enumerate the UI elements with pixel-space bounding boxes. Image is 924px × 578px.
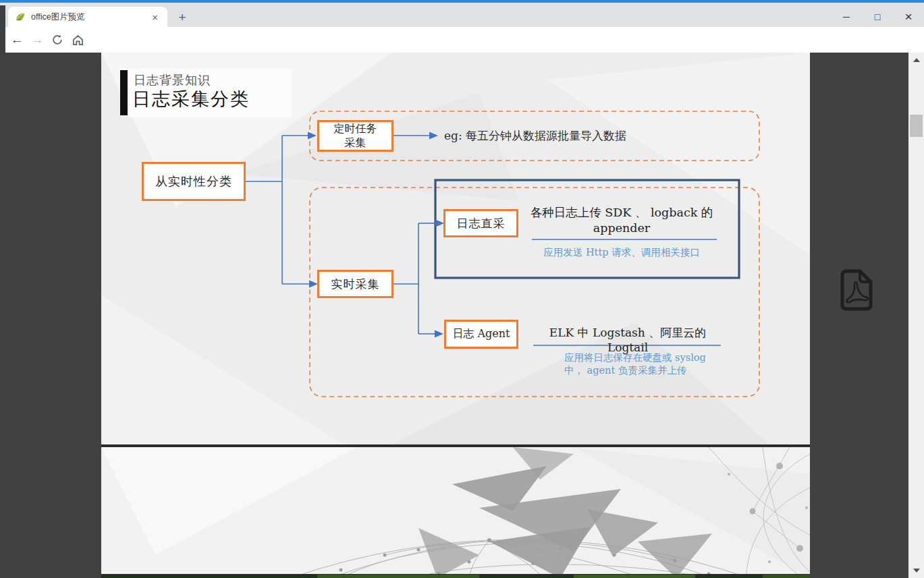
pdf-file-icon	[832, 266, 879, 314]
home-icon[interactable]	[67, 32, 88, 47]
window-controls: ─ □ ×	[831, 5, 924, 28]
slide-1: 日志背景知识 日志采集分类 从实时性分类 定时任务 采集 实时采集 日志直采 日…	[101, 53, 810, 444]
node-label: 实时采集	[331, 277, 380, 292]
node-realtime-collection: 实时采集	[317, 270, 393, 298]
annotation-agent-sub-line2: 中， agent 负责采集并上传	[564, 364, 733, 377]
browser-tab[interactable]: office图片预览 ×	[8, 7, 167, 27]
slide-title: 日志采集分类	[132, 87, 250, 111]
pdf-download-button[interactable]	[832, 266, 879, 314]
node-label: 日志直采	[457, 216, 506, 231]
annotation-direct-main: 各种日志上传 SDK 、 logback 的 appender	[520, 205, 724, 236]
scrollbar-thumb[interactable]	[910, 115, 923, 137]
node-classify-by-realtime: 从实时性分类	[142, 162, 246, 201]
browser-titlebar: office图片预览 × + ─ □ ×	[0, 3, 924, 27]
node-timed-task-collection: 定时任务 采集	[317, 120, 393, 152]
annotation-timed-example: eg: 每五分钟从数据源批量导入数据	[444, 128, 626, 144]
node-label-line2: 采集	[345, 136, 366, 150]
annotation-agent-main: ELK 中 Logstash 、阿里云的 Logtail	[528, 325, 728, 354]
tab-close-icon[interactable]: ×	[149, 11, 161, 23]
preview-canvas: 日志背景知识 日志采集分类 从实时性分类 定时任务 采集 实时采集 日志直采 日…	[0, 53, 924, 578]
tab-title: office图片预览	[31, 11, 149, 23]
maximize-button[interactable]: □	[862, 5, 893, 28]
annotation-agent-sub-line1: 应用将日志保存在硬盘或 syslog	[564, 351, 733, 364]
node-label: 从实时性分类	[155, 173, 232, 190]
node-label-line1: 定时任务	[334, 122, 377, 136]
slide-title-block: 日志背景知识 日志采集分类	[120, 69, 292, 117]
slide-subtitle: 日志背景知识	[134, 72, 211, 88]
scroll-up-icon[interactable]	[908, 55, 924, 65]
window-left-edge	[0, 5, 5, 53]
title-accent-bar	[120, 70, 128, 115]
slide-2	[101, 447, 810, 578]
minimize-button[interactable]: ─	[831, 5, 862, 28]
forward-icon[interactable]: →	[27, 32, 47, 47]
node-direct-log-collection: 日志直采	[443, 209, 518, 237]
refresh-icon[interactable]	[47, 32, 67, 47]
browser-toolbar: ← →	[0, 27, 924, 53]
annotation-direct-main-line2: appender	[520, 221, 724, 236]
annotation-agent-sub: 应用将日志保存在硬盘或 syslog 中， agent 负责采集并上传	[564, 351, 733, 377]
node-label: 日志 Agent	[452, 327, 510, 341]
close-button[interactable]: ×	[893, 5, 924, 28]
scroll-down-icon[interactable]	[908, 566, 924, 575]
new-tab-button[interactable]: +	[174, 9, 190, 26]
page-scrollbar[interactable]	[908, 53, 924, 578]
node-log-agent: 日志 Agent	[444, 320, 518, 349]
globe-network-graphic	[101, 447, 810, 578]
leaf-favicon-icon	[15, 11, 26, 22]
annotation-direct-sub: 应用发送 Http 请求、调用相关接口	[520, 246, 724, 259]
annotation-direct-main-line1: 各种日志上传 SDK 、 logback 的	[520, 205, 724, 221]
back-icon[interactable]: ←	[7, 32, 27, 47]
window-top-accent	[0, 0, 924, 3]
